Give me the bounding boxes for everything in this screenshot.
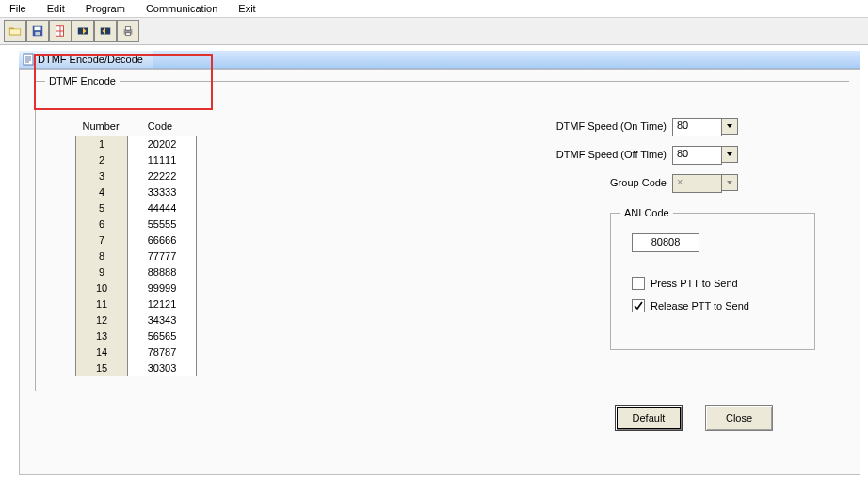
table-row: 877777 [76, 248, 197, 264]
table-row: 1530303 [76, 360, 197, 376]
svg-rect-7 [125, 27, 130, 31]
svg-rect-9 [24, 54, 33, 65]
row-code[interactable]: 77777 [128, 248, 197, 264]
row-number: 14 [76, 344, 128, 360]
save-icon[interactable] [26, 20, 49, 42]
table-row: 988888 [76, 264, 197, 280]
combo-speed-off[interactable]: 80 [672, 146, 738, 163]
row-code[interactable]: 34343 [128, 312, 197, 328]
svg-rect-2 [35, 32, 40, 36]
open-icon[interactable] [4, 20, 26, 42]
combo-speed-off-value: 80 [672, 146, 722, 165]
row-code[interactable]: 78787 [128, 344, 197, 360]
document-icon [23, 53, 34, 66]
table-row: 1356565 [76, 328, 197, 344]
print-icon[interactable] [117, 20, 139, 42]
checkbox-icon [632, 299, 645, 312]
table-row: 1112121 [76, 296, 197, 312]
table-row: 211111 [76, 152, 197, 168]
menu-file[interactable]: File [6, 2, 30, 15]
row-number: 12 [76, 312, 128, 328]
read-icon[interactable] [72, 20, 94, 42]
row-code[interactable]: 11111 [128, 152, 197, 168]
new-icon[interactable] [49, 20, 72, 42]
row-number: 2 [76, 152, 128, 168]
combo-speed-on-value: 80 [672, 118, 722, 136]
table-row: 544444 [76, 200, 197, 216]
checkbox-press-ptt[interactable]: Press PTT to Send [632, 277, 738, 290]
row-number: 8 [76, 248, 128, 264]
table-row: 1234343 [76, 312, 197, 328]
menubar: File Edit Program Communication Exit [0, 0, 868, 18]
label-speed-on: DTMF Speed (On Time) [544, 120, 667, 132]
row-number: 3 [76, 168, 128, 184]
row-number: 7 [76, 232, 128, 248]
row-number: 1 [76, 136, 128, 152]
row-number: 5 [76, 200, 128, 216]
row-number: 10 [76, 280, 128, 296]
checkbox-release-ptt[interactable]: Release PTT to Send [632, 299, 749, 312]
table-row: 120202 [76, 136, 197, 152]
label-group-code: Group Code [544, 177, 667, 188]
dtmf-table: Number Code 1202022111113222224333335444… [75, 120, 197, 376]
tab-dtmf-encode-decode[interactable]: DTMF Encode/Decode [19, 51, 153, 68]
row-number: 15 [76, 360, 128, 376]
menu-communication[interactable]: Communication [142, 2, 221, 15]
table-row: 766666 [76, 232, 197, 248]
checkbox-label: Press PTT to Send [651, 278, 738, 289]
toolbar [0, 18, 868, 45]
menu-program[interactable]: Program [82, 2, 129, 15]
label-speed-off: DTMF Speed (Off Time) [544, 149, 667, 160]
combo-group-code: × [672, 174, 738, 191]
checkbox-label: Release PTT to Send [651, 300, 749, 312]
chevron-down-icon[interactable] [722, 146, 738, 163]
table-row: 322222 [76, 168, 197, 184]
tab-strip: DTMF Encode/Decode [19, 51, 860, 69]
table-row: 655555 [76, 216, 197, 232]
row-code[interactable]: 22222 [128, 168, 197, 184]
groupbox-ani-label: ANI Code [620, 207, 673, 218]
row-code[interactable]: 33333 [128, 184, 197, 200]
row-code[interactable]: 12121 [128, 296, 197, 312]
checkbox-icon [632, 277, 645, 290]
row-number: 13 [76, 328, 128, 344]
row-code[interactable]: 55555 [128, 216, 197, 232]
tab-label: DTMF Encode/Decode [38, 54, 143, 65]
svg-rect-8 [125, 33, 130, 36]
row-code[interactable]: 30303 [128, 360, 197, 376]
write-icon[interactable] [94, 20, 117, 42]
chevron-down-icon[interactable] [722, 118, 738, 135]
chevron-down-icon [722, 174, 738, 191]
row-code[interactable]: 99999 [128, 280, 197, 296]
row-code[interactable]: 66666 [128, 232, 197, 248]
groupbox-label: DTMF Encode [45, 75, 120, 87]
table-row: 1099999 [76, 280, 197, 296]
groupbox-ani-code: ANI Code 80808 Press PTT to Send Release… [610, 207, 815, 350]
row-number: 9 [76, 264, 128, 280]
row-number: 11 [76, 296, 128, 312]
row-code[interactable]: 20202 [128, 136, 197, 152]
row-code[interactable]: 56565 [128, 328, 197, 344]
groupbox-dtmf-encode: DTMF Encode Number Code 1202022111113222… [35, 75, 849, 391]
row-code[interactable]: 44444 [128, 200, 197, 216]
default-button[interactable]: Default [615, 405, 683, 431]
table-row: 433333 [76, 184, 197, 200]
ani-code-input[interactable]: 80808 [632, 233, 699, 252]
col-header-code: Code [126, 120, 194, 132]
table-row: 1478787 [76, 344, 197, 360]
combo-group-code-value: × [672, 174, 722, 193]
row-code[interactable]: 88888 [128, 264, 197, 280]
menu-edit[interactable]: Edit [43, 2, 69, 15]
close-button[interactable]: Close [705, 405, 773, 431]
row-number: 6 [76, 216, 128, 232]
row-number: 4 [76, 184, 128, 200]
svg-rect-1 [35, 27, 41, 31]
col-header-number: Number [75, 120, 126, 132]
client-area: DTMF Encode Number Code 1202022111113222… [19, 69, 860, 475]
menu-exit[interactable]: Exit [234, 2, 259, 15]
combo-speed-on[interactable]: 80 [672, 118, 738, 135]
